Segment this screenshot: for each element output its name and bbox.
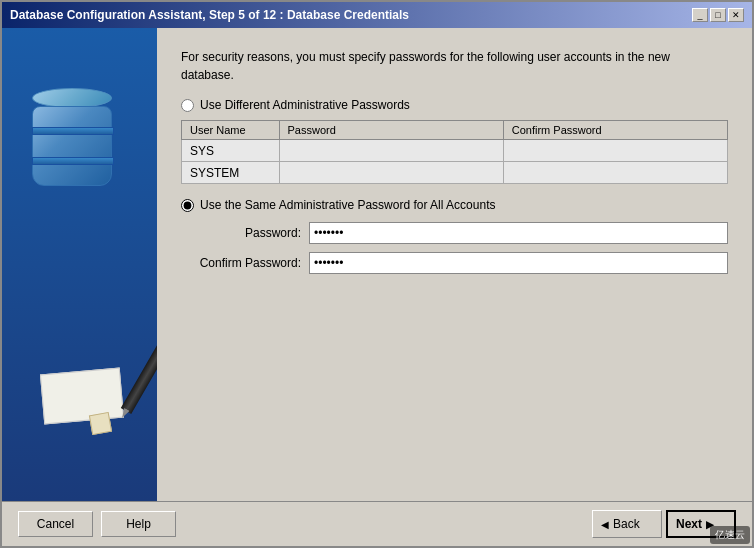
close-button[interactable]: ✕	[728, 8, 744, 22]
password-system-input[interactable]	[288, 166, 495, 180]
col-header-password: Password	[279, 121, 503, 140]
barrel-body	[32, 106, 112, 186]
cancel-button[interactable]: Cancel	[18, 511, 93, 537]
radio-same-row: Use the Same Administrative Password for…	[181, 198, 728, 212]
barrel-top	[32, 88, 112, 108]
content-area: For security reasons, you must specify p…	[2, 28, 752, 501]
bottom-bar: Cancel Help ◀ Back Next ▶	[2, 501, 752, 546]
database-icon	[32, 88, 112, 188]
radio-same[interactable]	[181, 199, 194, 212]
back-button[interactable]: ◀ Back	[592, 510, 662, 538]
radio-same-label: Use the Same Administrative Password for…	[200, 198, 495, 212]
left-panel	[2, 28, 157, 501]
bottom-left-buttons: Cancel Help	[18, 511, 176, 537]
confirm-password-row: Confirm Password:	[181, 252, 728, 274]
back-label: Back	[613, 517, 640, 531]
table-row: SYSTEM	[182, 162, 728, 184]
confirm-sys-input[interactable]	[512, 144, 719, 158]
username-system: SYSTEM	[182, 162, 280, 184]
left-panel-image	[2, 28, 157, 501]
password-label: Password:	[181, 226, 301, 240]
radio-different-label: Use Different Administrative Passwords	[200, 98, 410, 112]
main-window: Database Configuration Assistant, Step 5…	[0, 0, 754, 548]
description-text: For security reasons, you must specify p…	[181, 48, 728, 84]
confirm-system	[503, 162, 727, 184]
maximize-button[interactable]: □	[710, 8, 726, 22]
radio-different[interactable]	[181, 99, 194, 112]
next-label: Next	[676, 517, 702, 531]
pen-icon	[121, 339, 157, 414]
credentials-table: User Name Password Confirm Password SYS …	[181, 120, 728, 184]
password-input[interactable]	[309, 222, 728, 244]
paper-icon	[40, 368, 124, 425]
barrel-band-1	[32, 127, 114, 135]
password-sys-input[interactable]	[288, 144, 495, 158]
title-bar: Database Configuration Assistant, Step 5…	[2, 2, 752, 28]
help-button[interactable]: Help	[101, 511, 176, 537]
window-title: Database Configuration Assistant, Step 5…	[10, 8, 409, 22]
watermark: 亿速云	[710, 526, 750, 544]
title-bar-buttons: _ □ ✕	[692, 8, 744, 22]
username-sys: SYS	[182, 140, 280, 162]
barrel-band-2	[32, 157, 114, 165]
pen-paper-illustration	[22, 331, 142, 421]
right-panel: For security reasons, you must specify p…	[157, 28, 752, 501]
paper-tag-icon	[89, 412, 112, 435]
col-header-username: User Name	[182, 121, 280, 140]
password-row: Password:	[181, 222, 728, 244]
radio-different-row: Use Different Administrative Passwords	[181, 98, 728, 112]
minimize-button[interactable]: _	[692, 8, 708, 22]
confirm-system-input[interactable]	[512, 166, 719, 180]
confirm-password-label: Confirm Password:	[181, 256, 301, 270]
password-system	[279, 162, 503, 184]
back-arrow-icon: ◀	[601, 519, 609, 530]
confirm-sys	[503, 140, 727, 162]
col-header-confirm: Confirm Password	[503, 121, 727, 140]
confirm-password-input[interactable]	[309, 252, 728, 274]
table-row: SYS	[182, 140, 728, 162]
password-sys	[279, 140, 503, 162]
